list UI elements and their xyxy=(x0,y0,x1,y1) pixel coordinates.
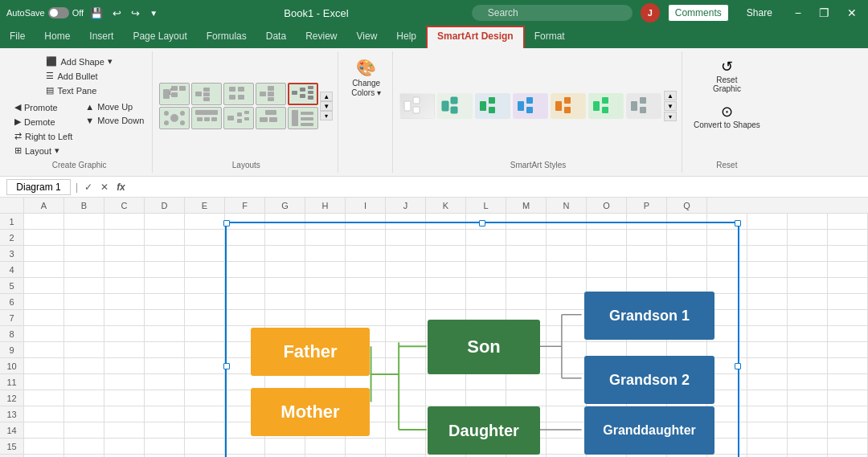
tab-view[interactable]: View xyxy=(347,26,387,48)
tab-format[interactable]: Format xyxy=(525,26,575,48)
styles-scroll-down[interactable]: ▼ xyxy=(664,101,677,111)
col-header-q[interactable]: Q xyxy=(667,198,707,213)
close-button[interactable]: ✕ xyxy=(842,5,862,21)
col-header-a[interactable]: A xyxy=(24,198,64,213)
row-14[interactable]: 14 xyxy=(0,422,23,439)
scroll-down-button[interactable]: ▼ xyxy=(320,101,333,111)
layout-item-10[interactable] xyxy=(288,107,318,129)
row-5[interactable]: 5 xyxy=(0,278,23,294)
col-header-m[interactable]: M xyxy=(506,198,547,213)
layout-item-6[interactable] xyxy=(159,107,190,129)
formula-check-icon[interactable]: ✓ xyxy=(83,180,94,194)
move-up-button[interactable]: ▲ Move Up xyxy=(82,100,147,113)
style-swatch-7[interactable] xyxy=(626,93,661,119)
tab-review[interactable]: Review xyxy=(296,26,346,48)
move-down-button[interactable]: ▼ Move Down xyxy=(82,114,147,127)
add-shape-button[interactable]: ⬛ Add Shape ▾ xyxy=(43,55,115,68)
avatar[interactable]: J xyxy=(641,3,660,22)
convert-to-shapes-button[interactable]: ⊙ Convert to Shapes xyxy=(689,100,765,133)
restore-button[interactable]: ❐ xyxy=(814,5,834,21)
formula-fx-icon[interactable]: fx xyxy=(115,180,127,194)
row-3[interactable]: 3 xyxy=(0,246,23,262)
son-box[interactable]: Son xyxy=(428,320,540,374)
row-7[interactable]: 7 xyxy=(0,310,23,326)
tab-formulas[interactable]: Formulas xyxy=(197,26,256,48)
col-header-e[interactable]: E xyxy=(185,198,225,213)
row-8[interactable]: 8 xyxy=(0,326,23,342)
col-header-i[interactable]: I xyxy=(346,198,386,213)
daughter-box[interactable]: Daughter xyxy=(428,406,540,455)
redo-icon[interactable]: ↪ xyxy=(128,6,143,21)
col-header-f[interactable]: F xyxy=(225,198,265,213)
save-icon[interactable]: 💾 xyxy=(87,6,106,21)
grandson2-box[interactable]: Grandson 2 xyxy=(584,356,714,404)
customize-icon[interactable]: ▼ xyxy=(146,7,161,19)
row-12[interactable]: 12 xyxy=(0,390,23,406)
autosave-toggle[interactable] xyxy=(48,7,69,18)
add-bullet-button[interactable]: ☰ Add Bullet xyxy=(43,69,100,83)
demote-button[interactable]: ▶ Demote xyxy=(11,115,76,129)
style-swatch-2[interactable] xyxy=(437,93,473,119)
scroll-expand-button[interactable]: ▾ xyxy=(320,111,333,120)
style-swatch-4[interactable] xyxy=(513,93,548,119)
style-swatch-6[interactable] xyxy=(588,93,624,119)
layout-button[interactable]: ⊞ Layout ▾ xyxy=(11,144,76,157)
row-13[interactable]: 13 xyxy=(0,406,23,422)
grandson1-box[interactable]: Grandson 1 xyxy=(584,292,714,340)
layout-item-2[interactable] xyxy=(191,83,222,105)
scroll-up-button[interactable]: ▲ xyxy=(320,92,333,101)
mother-box[interactable]: Mother xyxy=(251,388,370,436)
styles-scroll-up[interactable]: ▲ xyxy=(664,91,677,100)
layout-item-4[interactable] xyxy=(256,83,286,105)
styles-expand[interactable]: ▾ xyxy=(664,112,677,121)
col-header-n[interactable]: N xyxy=(547,198,587,213)
col-header-g[interactable]: G xyxy=(265,198,305,213)
minimize-button[interactable]: − xyxy=(790,5,806,21)
layout-item-1[interactable] xyxy=(159,83,190,105)
formula-input[interactable] xyxy=(132,180,862,194)
change-colors-button[interactable]: 🎨 Change Colors ▾ xyxy=(345,55,387,100)
tab-help[interactable]: Help xyxy=(387,26,426,48)
row-4[interactable]: 4 xyxy=(0,262,23,278)
undo-icon[interactable]: ↩ xyxy=(109,6,125,21)
tab-page-layout[interactable]: Page Layout xyxy=(123,26,196,48)
col-header-h[interactable]: H xyxy=(305,198,346,213)
promote-button[interactable]: ◀ Promote xyxy=(11,100,76,114)
row-2[interactable]: 2 xyxy=(0,230,23,246)
layout-item-3[interactable] xyxy=(223,83,254,105)
layout-item-5-selected[interactable] xyxy=(288,83,318,105)
tab-insert[interactable]: Insert xyxy=(80,26,123,48)
comments-button[interactable]: Comments xyxy=(668,4,729,22)
text-pane-button[interactable]: ▤ Text Pane xyxy=(43,84,100,97)
share-button[interactable]: Share xyxy=(737,5,782,21)
col-header-b[interactable]: B xyxy=(64,198,104,213)
layout-item-9[interactable] xyxy=(256,107,286,129)
col-header-j[interactable]: J xyxy=(386,198,426,213)
row-10[interactable]: 10 xyxy=(0,358,23,374)
reset-graphic-button[interactable]: ↺ Reset Graphic xyxy=(689,55,765,96)
col-header-c[interactable]: C xyxy=(104,198,145,213)
style-swatch-5[interactable] xyxy=(551,93,586,119)
style-swatch-3[interactable] xyxy=(475,93,510,119)
col-header-l[interactable]: L xyxy=(466,198,506,213)
col-header-p[interactable]: P xyxy=(627,198,667,213)
layout-item-7[interactable] xyxy=(191,107,222,129)
smartart-container[interactable]: Father Mother Son Daughter Grandson 1 Gr… xyxy=(225,222,739,457)
tab-home[interactable]: Home xyxy=(35,26,80,48)
row-15[interactable]: 15 xyxy=(0,439,23,455)
row-11[interactable]: 11 xyxy=(0,374,23,390)
granddaughter-box[interactable]: Granddaughter xyxy=(584,406,714,455)
right-to-left-button[interactable]: ⇄ Right to Left xyxy=(11,129,76,143)
father-box[interactable]: Father xyxy=(251,328,370,376)
grid-area[interactable]: Father Mother Son Daughter Grandson 1 Gr… xyxy=(24,214,868,457)
style-swatch-1[interactable] xyxy=(399,93,435,119)
col-header-d[interactable]: D xyxy=(145,198,185,213)
row-6[interactable]: 6 xyxy=(0,294,23,310)
name-box[interactable] xyxy=(6,179,71,195)
layout-item-8[interactable] xyxy=(223,107,254,129)
tab-data[interactable]: Data xyxy=(256,26,296,48)
col-header-o[interactable]: O xyxy=(587,198,627,213)
tab-file[interactable]: File xyxy=(0,26,35,48)
row-9[interactable]: 9 xyxy=(0,342,23,358)
row-1[interactable]: 1 xyxy=(0,214,23,230)
